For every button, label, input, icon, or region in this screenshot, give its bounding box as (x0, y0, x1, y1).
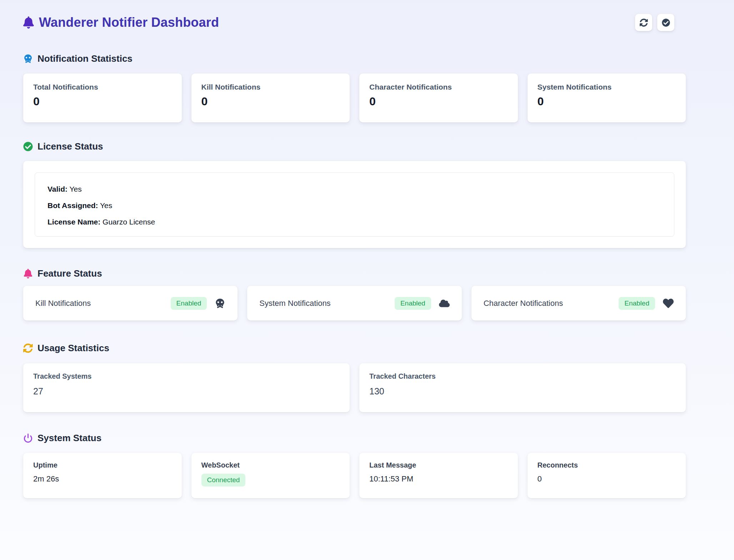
stat-card-system-notifications: System Notifications 0 (528, 74, 686, 122)
feature-card-character-notifications: Character Notifications Enabled (471, 286, 686, 321)
usage-card-tracked-systems: Tracked Systems 27 (23, 363, 350, 412)
dashboard-page: Wanderer Notifier Dashboard Notification… (0, 0, 734, 541)
cloud-icon (439, 298, 450, 309)
system-value: 10:11:53 PM (369, 474, 508, 484)
usage-card-row: Tracked Systems 27 Tracked Characters 13… (23, 363, 686, 412)
skull-crossbones-icon (23, 54, 33, 64)
header-actions (635, 14, 674, 31)
check-circle-icon (23, 142, 33, 151)
refresh-button[interactable] (635, 14, 652, 31)
system-label: Uptime (33, 461, 172, 469)
check-circle-icon (662, 19, 670, 27)
header: Wanderer Notifier Dashboard (23, 12, 686, 33)
license-field-label: License Name: (48, 218, 100, 226)
section-title-text: System Status (38, 433, 101, 444)
stat-label: Total Notifications (33, 83, 172, 91)
system-label: Last Message (369, 461, 508, 469)
stat-label: System Notifications (538, 83, 676, 91)
section-usage-statistics: Usage Statistics Tracked Systems 27 Trac… (23, 343, 686, 412)
system-card-uptime: Uptime 2m 26s (23, 453, 182, 498)
section-title-text: Notification Statistics (38, 53, 133, 64)
section-title-text: Feature Status (38, 268, 102, 279)
feature-label: System Notifications (259, 299, 330, 308)
section-title-license-status: License Status (23, 141, 686, 152)
status-badge: Enabled (395, 297, 431, 310)
stat-card-kill-notifications: Kill Notifications 0 (191, 74, 350, 122)
heart-icon (663, 298, 674, 309)
refresh-icon (640, 19, 648, 27)
feature-card-row: Kill Notifications Enabled System Notifi… (23, 286, 686, 321)
system-card-websocket: WebSocket Connected (191, 453, 350, 498)
feature-label: Kill Notifications (35, 299, 91, 308)
system-card-last-message: Last Message 10:11:53 PM (359, 453, 518, 498)
status-badge: Enabled (171, 297, 207, 310)
stat-value: 0 (369, 95, 508, 108)
section-title-feature-status: Feature Status (23, 268, 686, 279)
section-notification-statistics: Notification Statistics Total Notificati… (23, 53, 686, 122)
connection-status-badge: Connected (201, 474, 246, 486)
system-value: 2m 26s (33, 474, 172, 484)
license-field-value: Guarzo License (103, 218, 155, 226)
section-title-notification-statistics: Notification Statistics (23, 53, 686, 64)
status-badge: Enabled (619, 297, 655, 310)
usage-label: Tracked Characters (369, 372, 676, 380)
license-field-bot-assigned: Bot Assigned: Yes (48, 201, 661, 210)
section-title-text: Usage Statistics (38, 343, 109, 354)
usage-card-tracked-characters: Tracked Characters 130 (359, 363, 686, 412)
system-label: WebSocket (201, 461, 340, 469)
section-title-usage-statistics: Usage Statistics (23, 343, 686, 354)
license-field-label: Valid: (48, 185, 68, 193)
stat-value: 0 (538, 95, 676, 108)
license-details: Valid: Yes Bot Assigned: Yes License Nam… (35, 172, 674, 237)
sync-icon (23, 343, 33, 353)
power-icon (23, 433, 33, 443)
status-check-button[interactable] (657, 14, 674, 31)
section-title-text: License Status (38, 141, 103, 152)
section-feature-status: Feature Status Kill Notifications Enable… (23, 268, 686, 321)
section-license-status: License Status Valid: Yes Bot Assigned: … (23, 141, 686, 248)
license-field-license-name: License Name: Guarzo License (48, 218, 661, 226)
usage-value: 27 (33, 386, 340, 397)
license-card: Valid: Yes Bot Assigned: Yes License Nam… (23, 161, 686, 248)
stat-value: 0 (201, 95, 340, 108)
stat-card-total-notifications: Total Notifications 0 (23, 74, 182, 122)
system-value: 0 (538, 474, 676, 484)
system-label: Reconnects (538, 461, 676, 469)
header-title-group: Wanderer Notifier Dashboard (23, 15, 219, 30)
page-title: Wanderer Notifier Dashboard (39, 15, 219, 30)
feature-card-kill-notifications: Kill Notifications Enabled (23, 286, 238, 321)
bell-icon (23, 269, 33, 278)
system-card-row: Uptime 2m 26s WebSocket Connected Last M… (23, 453, 686, 498)
stat-value: 0 (33, 95, 172, 108)
license-field-value: Yes (100, 201, 112, 210)
system-card-reconnects: Reconnects 0 (528, 453, 686, 498)
usage-label: Tracked Systems (33, 372, 340, 380)
license-field-value: Yes (70, 185, 82, 193)
stat-card-row: Total Notifications 0 Kill Notifications… (23, 74, 686, 122)
license-field-valid: Valid: Yes (48, 185, 661, 193)
usage-value: 130 (369, 386, 676, 397)
stat-card-character-notifications: Character Notifications 0 (359, 74, 518, 122)
section-system-status: System Status Uptime 2m 26s WebSocket Co… (23, 433, 686, 498)
bell-icon (23, 16, 34, 29)
stat-label: Character Notifications (369, 83, 508, 91)
license-field-label: Bot Assigned: (48, 201, 98, 210)
feature-card-system-notifications: System Notifications Enabled (247, 286, 461, 321)
feature-label: Character Notifications (484, 299, 563, 308)
section-title-system-status: System Status (23, 433, 686, 444)
stat-label: Kill Notifications (201, 83, 340, 91)
skull-crossbones-icon (215, 298, 225, 309)
